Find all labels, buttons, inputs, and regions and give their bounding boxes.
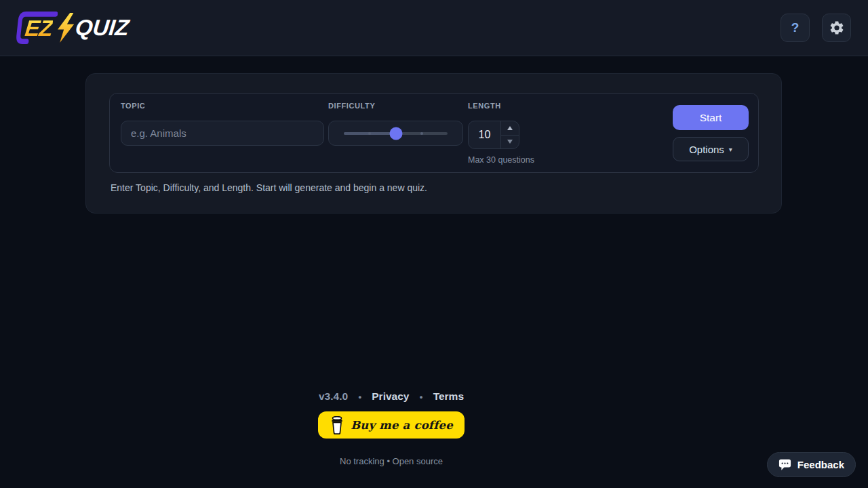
length-decrement-button[interactable] — [501, 136, 519, 149]
chevron-down-icon: ▾ — [729, 146, 732, 153]
length-hint: Max 30 questions — [468, 155, 534, 165]
coffee-cup-icon — [330, 416, 344, 434]
options-button-label: Options — [689, 144, 724, 155]
settings-button[interactable] — [822, 14, 851, 42]
footer: v3.4.0 • Privacy • Terms Buy me a coffee… — [85, 390, 697, 466]
difficulty-label: DIFFICULTY — [328, 102, 375, 110]
difficulty-slider-thumb[interactable] — [389, 127, 402, 140]
help-button[interactable]: ? — [781, 14, 810, 42]
lightning-bolt-icon — [56, 13, 77, 43]
length-label: LENGTH — [468, 102, 501, 110]
terms-link[interactable]: Terms — [433, 390, 464, 402]
speech-bubble-icon — [778, 459, 791, 471]
topic-label: TOPIC — [121, 102, 145, 110]
difficulty-slider-tick — [368, 132, 371, 135]
feedback-button[interactable]: Feedback — [767, 452, 856, 477]
quiz-form-panel: TOPIC DIFFICULTY LENGTH Max 30 — [109, 93, 759, 173]
start-button[interactable]: Start — [673, 105, 749, 130]
footer-meta-line: v3.4.0 • Privacy • Terms — [85, 390, 697, 403]
app-logo[interactable]: EZ QUIZ — [14, 10, 130, 45]
question-mark-icon: ? — [791, 20, 800, 35]
length-field — [468, 121, 519, 149]
logo-ez-bracket: EZ — [14, 10, 58, 45]
length-increment-button[interactable] — [501, 121, 519, 136]
footer-tagline: No tracking • Open source — [85, 456, 697, 466]
buy-me-a-coffee-button[interactable]: Buy me a coffee — [318, 411, 465, 439]
privacy-link[interactable]: Privacy — [372, 390, 409, 402]
arrow-up-icon — [507, 126, 513, 130]
logo-text-quiz: QUIZ — [74, 15, 130, 41]
topic-input[interactable] — [121, 121, 324, 146]
separator-dot: • — [358, 392, 361, 402]
separator-dot: • — [420, 392, 423, 402]
coffee-button-label: Buy me a coffee — [351, 419, 453, 432]
options-button[interactable]: Options ▾ — [673, 137, 749, 161]
quiz-setup-card: TOPIC DIFFICULTY LENGTH Max 30 — [85, 73, 782, 214]
length-spinner — [500, 121, 519, 148]
gear-icon — [829, 20, 845, 36]
length-input[interactable] — [469, 121, 500, 148]
header-bar: EZ QUIZ ? — [0, 0, 868, 56]
arrow-down-icon — [507, 140, 513, 144]
header-actions: ? — [781, 14, 851, 42]
logo-text-ez: EZ — [24, 16, 54, 41]
difficulty-slider-tick — [420, 132, 423, 135]
difficulty-slider-track — [344, 132, 448, 135]
form-help-text: Enter Topic, Difficulty, and Length. Sta… — [111, 182, 427, 193]
version-text: v3.4.0 — [319, 390, 348, 402]
feedback-button-label: Feedback — [797, 459, 844, 470]
difficulty-slider[interactable] — [328, 121, 463, 146]
